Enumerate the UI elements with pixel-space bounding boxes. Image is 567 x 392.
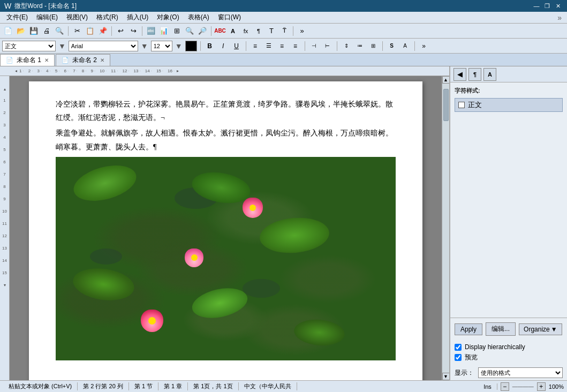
scroll-track[interactable] <box>443 84 449 373</box>
doc-image <box>56 157 396 360</box>
scroll-down-button[interactable]: ▼ <box>442 373 450 380</box>
table2-button[interactable]: ⊞ <box>171 25 183 37</box>
sep9 <box>337 41 337 51</box>
doc-paragraph2[interactable]: 乘盖争避处。就解佩旗亭，故人相遇。恨春太妒。溅行裙更惜，凤钩尘污。醉入梅根，万点… <box>56 126 396 153</box>
tab1-close[interactable]: ✕ <box>44 57 49 63</box>
bullets-button[interactable]: ≔ <box>354 41 366 51</box>
minimize-button[interactable]: — <box>532 1 541 11</box>
underline-button[interactable]: U <box>231 41 243 51</box>
text-color-button[interactable]: A <box>227 25 239 37</box>
ruler-horizontal: ◂ 1 · 2 · 3 · 4 · 5 · 6 · 7 · 8 · 9 · 10… <box>0 66 449 76</box>
display-hierarchically-checkbox[interactable] <box>455 344 462 351</box>
bold-button[interactable]: B <box>204 41 216 51</box>
align-right-button[interactable]: ≡ <box>276 41 288 51</box>
zoom-btn2[interactable]: 🔍 <box>184 25 195 37</box>
menu-edit[interactable]: 编辑(E) <box>32 12 62 23</box>
indent-button[interactable]: ⊢ <box>322 41 334 51</box>
tab-doc2[interactable]: 📄 未命名 2 ✕ <box>56 54 110 66</box>
format2-button[interactable]: T <box>266 25 277 37</box>
tab2-close[interactable]: ✕ <box>100 57 104 63</box>
size-select[interactable]: 12 <box>151 41 172 51</box>
tab-button[interactable]: ⊣ <box>308 41 320 51</box>
edit-button[interactable]: 编辑... <box>486 322 516 336</box>
doc-area: ◂ 1 · 2 · 3 · 4 · 5 · 6 · 7 · 8 · 9 · 10… <box>0 66 449 380</box>
style-dropdown-icon[interactable]: ▼ <box>57 42 67 50</box>
organize-button[interactable]: Organize ▼ <box>519 323 562 335</box>
panel-back-button[interactable]: ◀ <box>453 68 466 81</box>
menu-format[interactable]: 格式(R) <box>92 12 123 23</box>
water3 <box>243 279 280 298</box>
scroll-thumb[interactable] <box>443 89 449 121</box>
overflow2-button[interactable]: » <box>296 25 308 37</box>
maximize-button[interactable]: ❐ <box>542 1 552 11</box>
preview-checkbox[interactable] <box>455 354 462 361</box>
chart-button[interactable]: 📊 <box>158 25 170 37</box>
print-button[interactable]: 🖨 <box>41 25 52 37</box>
status-language: 中文（中华人民共 <box>239 382 297 390</box>
display-select[interactable]: 使用的格式 所有格式 自定义格式 <box>478 367 563 378</box>
abc-button[interactable]: ABC <box>214 25 226 37</box>
italic-button[interactable]: I <box>217 41 229 51</box>
page-scroll[interactable]: 冷空淡碧，带鹦柳轻云，护花深雾。艳晨易午。正笙箫竟渡，绮罗争路。骤卷风埃，半掩长… <box>10 76 442 380</box>
font-color-box[interactable] <box>185 41 197 51</box>
panel-char-button[interactable]: A <box>483 68 496 81</box>
sep8 <box>305 41 305 51</box>
tab-doc1[interactable]: 📄 未命名 1 ✕ <box>0 54 55 66</box>
format3-button[interactable]: A <box>399 41 411 51</box>
font-dropdown-icon[interactable]: ▼ <box>140 42 149 50</box>
menubar: 文件(E) 编辑(E) 视图(V) 格式(R) 插入(U) 对象(O) 表格(A… <box>0 12 567 24</box>
content-wrapper: ▴ 1 2 3 4 5 6 7 8 9 10 11 12 13 14 15 ▾ <box>0 76 449 380</box>
organize-dropdown-icon[interactable]: ▼ <box>551 326 557 333</box>
style-checkbox[interactable] <box>458 102 465 108</box>
toolbar1: 📄 📂 💾 🖨 🔍 ✂ 📋 📌 ↩ ↪ 🔤 📊 ⊞ 🔍 🔎 ABC A fx ¶… <box>0 24 567 39</box>
apply-button[interactable]: Apply <box>455 323 482 335</box>
style-list-item[interactable]: 正文 <box>455 98 563 112</box>
special-button[interactable]: ¶ <box>253 25 264 37</box>
toolbar2: 正文 ▼ Arial ▼ 12 ▼ B I U ≡ ☰ ≡ ≡ ⊣ ⊢ ⇕ ≔ … <box>0 39 567 54</box>
menu-file[interactable]: 文件(E) <box>2 12 32 23</box>
line-spacing-button[interactable]: ⇕ <box>341 41 352 51</box>
zoom-track: ———— <box>512 383 534 389</box>
search2-button[interactable]: 🔎 <box>196 25 208 37</box>
find-replace-button[interactable]: 🔤 <box>145 25 157 37</box>
align-left-button[interactable]: ≡ <box>250 41 261 51</box>
zoom-in-button[interactable]: + <box>537 382 546 391</box>
menu-table[interactable]: 表格(A) <box>184 12 214 23</box>
new-button[interactable]: 📄 <box>2 25 14 37</box>
menu-object[interactable]: 对象(O) <box>153 12 183 23</box>
panel-format-button[interactable]: ¶ <box>468 68 481 81</box>
align-justify-button[interactable]: ≡ <box>290 41 301 51</box>
paste-button[interactable]: 📌 <box>97 25 109 37</box>
rv4: 4 <box>3 135 5 140</box>
numbering-button[interactable]: ⊞ <box>367 41 379 51</box>
overflow3-button[interactable]: » <box>418 41 430 51</box>
cut-button[interactable]: ✂ <box>71 25 83 37</box>
sep1 <box>68 26 69 36</box>
size-dropdown-icon[interactable]: ▼ <box>174 42 184 50</box>
rv13: 13 <box>2 246 7 251</box>
open-button[interactable]: 📂 <box>15 25 27 37</box>
tabbar: 📄 未命名 1 ✕ 📄 未命名 2 ✕ <box>0 54 567 66</box>
scroll-up-button[interactable]: ▲ <box>442 76 450 84</box>
redo-button[interactable]: ↪ <box>127 25 139 37</box>
pilcrow-button[interactable]: T̈ <box>278 25 290 37</box>
align-center-button[interactable]: ☰ <box>263 41 275 51</box>
close-button[interactable]: ✕ <box>553 1 563 11</box>
display-label: 显示： <box>455 368 474 378</box>
undo-button[interactable]: ↩ <box>115 25 126 37</box>
style-button[interactable]: S <box>386 41 398 51</box>
vertical-scrollbar[interactable]: ▲ ▼ <box>442 76 449 380</box>
menu-view[interactable]: 视图(V) <box>62 12 92 23</box>
document-page[interactable]: 冷空淡碧，带鹦柳轻云，护花深雾。艳晨易午。正笙箫竟渡，绮罗争路。骤卷风埃，半掩长… <box>29 81 422 380</box>
save-button[interactable]: 💾 <box>28 25 40 37</box>
print-preview-button[interactable]: 🔍 <box>54 25 65 37</box>
copy-button[interactable]: 📋 <box>84 25 96 37</box>
menu-window[interactable]: 窗口(W) <box>214 12 245 23</box>
menu-insert[interactable]: 插入(U) <box>123 12 153 23</box>
doc-paragraph1[interactable]: 冷空淡碧，带鹦柳轻云，护花深雾。艳晨易午。正笙箫竟渡，绮罗争路。骤卷风埃，半掩长… <box>56 97 396 124</box>
formula-button[interactable]: fx <box>240 25 252 37</box>
style-select[interactable]: 正文 <box>2 41 56 51</box>
font-select[interactable]: Arial <box>69 41 138 51</box>
menu-overflow[interactable]: » <box>554 13 565 22</box>
zoom-out-button[interactable]: − <box>501 382 509 391</box>
